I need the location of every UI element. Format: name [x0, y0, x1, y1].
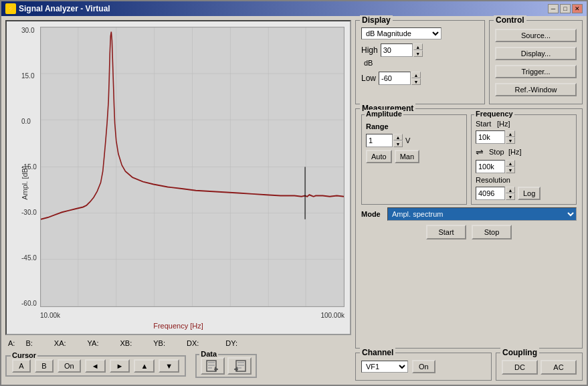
- low-spin: ▲ ▼: [379, 72, 421, 85]
- minimize-button[interactable]: ─: [548, 4, 559, 13]
- start-stop-row: Start Stop: [361, 225, 577, 239]
- low-input[interactable]: [379, 72, 411, 85]
- mode-select[interactable]: Ampl. spectrum Power spectrum RMS Peak: [387, 207, 577, 221]
- trigger-button[interactable]: Trigger...: [495, 65, 577, 78]
- auto-man-row: Auto Man: [366, 150, 462, 163]
- frequency-section: Frequency Start [Hz] ▲ ▼: [471, 114, 577, 205]
- cursor-on-button[interactable]: On: [58, 359, 81, 373]
- resolution-down-btn[interactable]: ▼: [506, 193, 515, 200]
- cursor-down-button[interactable]: ▼: [159, 359, 179, 373]
- start-freq-up-btn[interactable]: ▲: [506, 130, 515, 137]
- display-title: Display: [360, 15, 393, 25]
- channel-group: Channel VF1 VF2 On: [355, 353, 492, 381]
- refwindow-button[interactable]: Ref.-Window: [495, 83, 577, 96]
- source-button[interactable]: Source...: [495, 29, 577, 42]
- coupling-title: Coupling: [500, 348, 539, 357]
- x-tick-start: 10.00k: [40, 312, 60, 319]
- maximize-button[interactable]: □: [560, 4, 571, 13]
- log-button[interactable]: Log: [518, 187, 541, 200]
- high-spin-btns: ▲ ▼: [413, 43, 423, 57]
- low-down-btn[interactable]: ▼: [411, 78, 421, 85]
- main-window: ⚡ Signal Analyzer - Virtual ─ □ ✕ Ampl. …: [0, 0, 588, 386]
- man-button[interactable]: Man: [395, 150, 419, 163]
- window-title: Signal Analyzer - Virtual: [19, 4, 110, 13]
- control-group: Control Source... Display... Trigger... …: [489, 20, 583, 104]
- cursor-up-button[interactable]: ▲: [134, 359, 155, 373]
- cursor-a-button[interactable]: A: [12, 359, 31, 373]
- auto-button[interactable]: Auto: [366, 150, 392, 163]
- coupling-btns: DC AC: [502, 360, 577, 375]
- y-ticks: 30.0 15.0 0.0 -15.0 -30.0 -45.0 -60.0: [21, 27, 37, 307]
- xb-label: XB:: [120, 339, 132, 347]
- data-export-button[interactable]: [227, 357, 252, 375]
- y-tick-3: 0.0: [21, 118, 37, 125]
- high-input[interactable]: [381, 43, 413, 57]
- range-down-btn[interactable]: ▼: [393, 140, 403, 147]
- export-icon: [233, 360, 246, 372]
- svg-rect-18: [208, 362, 215, 363]
- low-up-btn[interactable]: ▲: [411, 72, 421, 78]
- range-label: Range: [366, 122, 389, 130]
- cursor-right-button[interactable]: ►: [110, 359, 130, 373]
- stop-freq-input[interactable]: [476, 160, 505, 173]
- display-button[interactable]: Display...: [495, 47, 577, 60]
- right-panel: Display dB Magnitude Linear Magnitude Ph…: [355, 20, 583, 381]
- range-input[interactable]: [366, 134, 393, 147]
- resolution-label: Resolution: [476, 176, 510, 184]
- stop-freq-up-btn[interactable]: ▲: [506, 160, 515, 167]
- start-label: Start: [476, 120, 494, 128]
- stop-button[interactable]: Stop: [472, 225, 512, 239]
- amplitude-title: Amplitude: [365, 110, 403, 118]
- hz-label: [Hz]: [497, 120, 510, 128]
- start-button[interactable]: Start: [426, 225, 466, 239]
- high-label: High: [361, 45, 378, 55]
- close-button[interactable]: ✕: [572, 4, 583, 13]
- x-ticks: 10.00k 100.00k: [40, 312, 345, 319]
- high-up-btn[interactable]: ▲: [413, 43, 423, 50]
- measurement-inner: Amplitude Range ▲ ▼: [361, 114, 577, 205]
- display-group: Display dB Magnitude Linear Magnitude Ph…: [355, 20, 485, 104]
- start-freq-spin: ▲ ▼: [476, 130, 515, 144]
- y-tick-7: -60.0: [21, 300, 37, 307]
- stop-hz-label: [Hz]: [508, 148, 522, 156]
- cursor-b-button[interactable]: B: [35, 359, 54, 373]
- high-down-btn[interactable]: ▼: [413, 50, 423, 57]
- svg-rect-19: [208, 365, 215, 366]
- range-spin: ▲ ▼: [366, 134, 403, 147]
- app-icon: ⚡: [5, 3, 16, 14]
- main-content: Ampl. [dB] 30.0 15.0 0.0 -15.0 -30.0 -45…: [1, 16, 587, 385]
- range-up-btn[interactable]: ▲: [393, 134, 403, 140]
- cursor-left-button[interactable]: ◄: [85, 359, 106, 373]
- svg-rect-25: [237, 365, 244, 366]
- resolution-spin: ▲ ▼: [476, 187, 515, 200]
- y-tick-6: -45.0: [21, 254, 37, 262]
- frequency-title: Frequency: [474, 110, 514, 118]
- db-label: dB: [364, 59, 373, 67]
- cursor-label: Cursor: [11, 351, 37, 359]
- titlebar-controls[interactable]: ─ □ ✕: [548, 4, 583, 13]
- stop-freq-spin: ▲ ▼: [476, 160, 515, 173]
- start-freq-input[interactable]: [476, 130, 505, 144]
- dc-button[interactable]: DC: [502, 360, 538, 375]
- ac-button[interactable]: AC: [541, 360, 577, 375]
- channel-select[interactable]: VF1 VF2: [361, 361, 408, 373]
- start-freq-down-btn[interactable]: ▼: [506, 137, 515, 144]
- xa-label: XA:: [54, 339, 66, 347]
- channel-title: Channel: [360, 348, 395, 357]
- channel-on-button[interactable]: On: [412, 360, 435, 373]
- channel-row: VF1 VF2 On: [361, 360, 486, 373]
- data-import-button[interactable]: [201, 357, 225, 375]
- amplitude-section: Amplitude Range ▲ ▼: [361, 114, 467, 205]
- mode-label: Mode: [361, 210, 385, 218]
- titlebar-left: ⚡ Signal Analyzer - Virtual: [5, 3, 110, 14]
- resolution-up-btn[interactable]: ▲: [506, 187, 515, 193]
- display-mode-select[interactable]: dB Magnitude Linear Magnitude Phase: [361, 27, 442, 39]
- data-label: Data: [199, 350, 218, 358]
- resolution-row: ▲ ▼ Log: [476, 187, 572, 200]
- data-section: Data: [195, 354, 257, 378]
- stop-freq-down-btn[interactable]: ▼: [506, 167, 515, 173]
- import-icon: [206, 360, 219, 372]
- resolution-input[interactable]: [476, 187, 505, 200]
- freq-start-row: Start [Hz]: [476, 120, 572, 128]
- dx-label: DX:: [187, 339, 199, 347]
